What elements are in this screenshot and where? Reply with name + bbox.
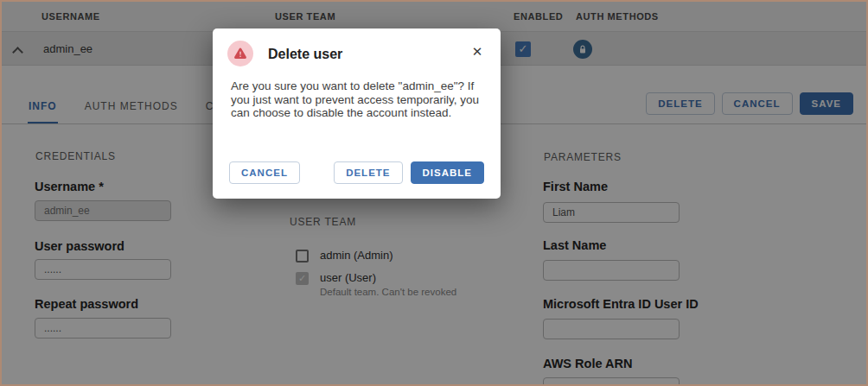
users-admin-window: USERNAME USER TEAM ENABLED AUTH METHODS …: [0, 0, 868, 386]
dialog-message: Are you sure you want to delete "admin_e…: [231, 79, 490, 120]
dialog-footer: CANCEL DELETE DISABLE: [229, 161, 484, 184]
dialog-cancel-button[interactable]: CANCEL: [229, 161, 300, 184]
delete-user-dialog: Delete user ✕ Are you sure you want to d…: [213, 28, 501, 199]
warning-icon: [227, 41, 253, 66]
dialog-disable-button[interactable]: DISABLE: [411, 161, 484, 184]
close-icon[interactable]: ✕: [469, 43, 486, 60]
dialog-delete-button[interactable]: DELETE: [334, 161, 402, 184]
dialog-title: Delete user: [268, 47, 342, 62]
